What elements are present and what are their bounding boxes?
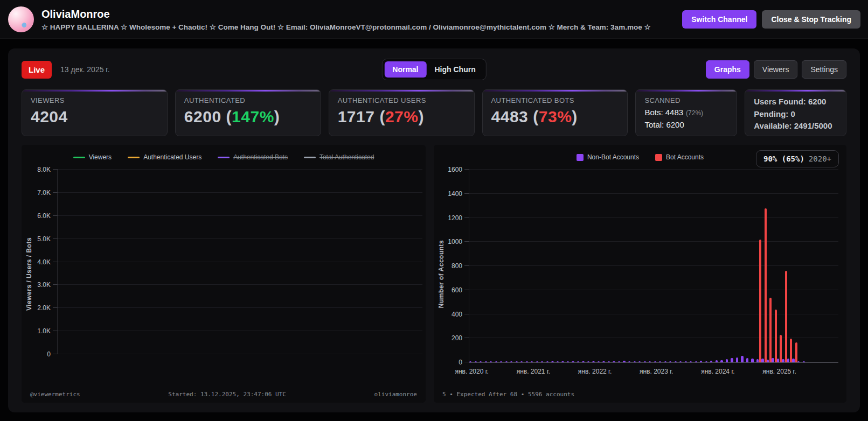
non-bot-accounts-bar: [520, 361, 523, 362]
switch-channel-button[interactable]: Switch Channel: [682, 10, 756, 29]
bar-chart-footer: 5 • Expected After 68 • 5596 accounts: [442, 391, 838, 398]
bot-ratio-badge: 90% (65%)2020+: [756, 150, 839, 167]
legend-item[interactable]: Authenticated Bots: [218, 153, 288, 161]
legend-item[interactable]: Bot Accounts: [655, 153, 704, 161]
bar-group: [679, 170, 685, 362]
legend-label: Viewers: [89, 153, 112, 161]
non-bot-accounts-bar: [797, 361, 800, 362]
gridline: [58, 307, 422, 308]
pending-line: Pending: 0: [754, 108, 837, 121]
non-bot-accounts-bar: [480, 361, 482, 362]
bar-group: [577, 170, 582, 362]
mode-normal-button[interactable]: Normal: [384, 61, 426, 78]
tab-graphs[interactable]: Graphs: [706, 60, 749, 79]
legend-item[interactable]: Non-Bot Accounts: [577, 153, 639, 161]
footer-channel-login: oliviamonroe: [374, 391, 417, 398]
legend-swatch: [577, 154, 584, 161]
bar-group: [716, 170, 721, 362]
card-label: AUTHENTICATED: [184, 96, 312, 104]
bar-group: [710, 170, 716, 362]
bar-group: [551, 170, 557, 362]
non-bot-accounts-bar: [475, 361, 477, 362]
stream-date: 13 дек. 2025 г.: [60, 65, 110, 74]
bar-group: [705, 170, 711, 362]
live-status-badge: Live: [22, 61, 52, 79]
bar-group: [654, 170, 659, 362]
y-tick-mark: [464, 265, 469, 266]
non-bot-accounts-bar: [587, 361, 589, 362]
close-stop-tracking-button[interactable]: Close & Stop Tracking: [762, 10, 860, 29]
y-tick-label: 1600: [448, 166, 462, 173]
bar-group: [567, 170, 572, 362]
gridline: [58, 262, 422, 262]
non-bot-accounts-bar: [761, 359, 763, 362]
non-bot-accounts-bar: [787, 359, 789, 362]
bar-group: [613, 170, 618, 362]
y-tick-mark: [464, 169, 469, 170]
bar-group: [690, 170, 695, 362]
main-panel: Live 13 дек. 2025 г. Normal High Churn G…: [8, 48, 860, 412]
bar-group: [828, 170, 834, 362]
y-tick-mark: [464, 193, 469, 194]
bar-group: [495, 170, 501, 362]
non-bot-accounts-bar: [613, 361, 615, 362]
account-age-bar-chart: Non-Bot AccountsBot Accounts 90% (65%)20…: [434, 145, 846, 403]
bar-group: [526, 170, 531, 362]
users-found-line: Users Found: 6200: [754, 96, 837, 108]
bar-group: [731, 170, 736, 362]
footer-started-timestamp: Started: 13.12.2025, 23:47:06 UTC: [168, 391, 286, 398]
bar-group: [700, 170, 705, 362]
non-bot-accounts-bar: [561, 361, 564, 362]
x-tick-label: янв. 2022 г.: [578, 368, 612, 375]
bar-group: [767, 170, 772, 362]
bar-group: [834, 170, 839, 362]
y-tick-mark: [464, 217, 469, 218]
card-label: SCANNED: [644, 96, 728, 104]
line-chart-plot: 8.0K7.0K6.0K5.0K4.0K3.0K2.0K1.0K0: [57, 170, 422, 354]
channel-avatar[interactable]: [8, 6, 34, 32]
bar-group: [531, 170, 536, 362]
tab-viewers[interactable]: Viewers: [754, 60, 798, 79]
non-bot-accounts-bar: [638, 361, 641, 362]
non-bot-accounts-bar: [716, 360, 718, 362]
gridline: [58, 331, 422, 331]
non-bot-accounts-bar: [649, 361, 651, 362]
mode-high-churn-button[interactable]: High Churn: [427, 61, 484, 78]
y-tick-mark: [53, 262, 58, 262]
bar-group: [823, 170, 829, 362]
non-bot-accounts-bar: [675, 361, 677, 362]
bar-group: [516, 170, 521, 362]
non-bot-accounts-bar: [546, 361, 548, 362]
non-bot-accounts-bar: [628, 361, 630, 362]
y-tick-mark: [464, 241, 469, 242]
y-tick-label: 400: [452, 311, 462, 318]
legend-label: Non-Bot Accounts: [587, 153, 639, 161]
bar-group: [695, 170, 700, 362]
legend-item[interactable]: Authenticated Users: [128, 153, 202, 161]
legend-item[interactable]: Viewers: [73, 153, 112, 161]
y-tick-label: 1.0K: [37, 327, 51, 335]
card-scanned: SCANNED Bots: 4483(72%) Total: 6200: [635, 89, 737, 136]
y-tick-label: 2.0K: [37, 304, 51, 312]
y-tick-mark: [53, 284, 58, 285]
card-value: 4483(73%): [491, 108, 619, 126]
bar-chart-y-axis-label: Number of Accounts: [438, 240, 445, 308]
bar-group: [720, 170, 726, 362]
bar-group: [746, 170, 752, 362]
non-bot-accounts-bar: [685, 361, 687, 362]
controls-row: Live 13 дек. 2025 г. Normal High Churn G…: [22, 59, 846, 80]
non-bot-accounts-bar: [623, 361, 625, 362]
y-tick-mark: [53, 192, 58, 193]
non-bot-accounts-bar: [592, 361, 594, 362]
bar-chart-plot: 02004006008001000120014001600янв. 2020 г…: [469, 170, 838, 363]
channel-description: ☆ HAPPY BALLERINA ☆ Wholesome + Chaotic!…: [41, 23, 651, 31]
gridline: [58, 215, 422, 216]
legend-item[interactable]: Total Authenticated: [304, 153, 374, 161]
non-bot-accounts-bar: [608, 361, 610, 362]
card-label: AUTHENTICATED USERS: [338, 96, 466, 104]
y-tick-label: 1400: [448, 190, 462, 198]
tab-settings[interactable]: Settings: [802, 60, 846, 79]
badge-main-value: 90% (65%): [763, 155, 804, 163]
line-chart-legend: ViewersAuthenticated UsersAuthenticated …: [22, 153, 426, 161]
bar-group: [741, 170, 746, 362]
